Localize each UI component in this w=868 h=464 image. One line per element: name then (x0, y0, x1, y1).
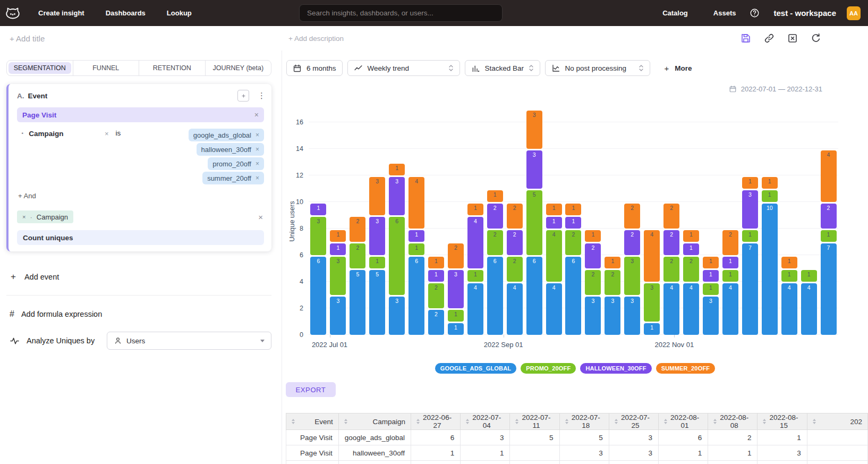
more-options-button[interactable]: +More (665, 64, 692, 73)
bar-segment-summer_20off[interactable]: 1 (467, 204, 483, 215)
legend-pill-promo_20off[interactable]: PROMO_20OFF (521, 363, 576, 374)
bar-segment-promo_20off[interactable]: 1 (409, 243, 424, 255)
bar-segment-google_ads_global[interactable]: 6 (565, 257, 581, 335)
bar-segment-summer_20off[interactable]: 1 (605, 257, 620, 268)
filter-property[interactable]: Campaign (29, 130, 63, 138)
bar-segment-google_ads_global[interactable]: 3 (389, 297, 405, 335)
bar-segment-halloween_30off[interactable]: 2 (507, 230, 523, 255)
bar-segment-promo_20off[interactable]: 3 (310, 217, 326, 255)
table-header-cell-202[interactable]: 202 (807, 414, 867, 430)
bar-segment-promo_20off[interactable]: 3 (330, 257, 346, 295)
nav-link-catalog[interactable]: Catalog (662, 9, 688, 17)
bar-segment-halloween_30off[interactable]: 3 (742, 190, 758, 229)
table-header-cell-2022-07-18[interactable]: 2022-07-18 (559, 414, 609, 430)
bar-segment-google_ads_global[interactable]: 4 (467, 283, 483, 335)
nav-link-create-insight[interactable]: Create insight (38, 9, 84, 17)
bar-segment-halloween_30off[interactable]: 1 (310, 204, 326, 215)
bar-segment-promo_20off[interactable]: 1 (762, 190, 778, 202)
bar-segment-promo_20off[interactable]: 1 (821, 230, 837, 242)
table-header-cell-2022-08-01[interactable]: 2022-08-01 (659, 414, 708, 430)
bar-segment-promo_20off[interactable]: 1 (742, 230, 758, 242)
add-description-placeholder[interactable]: + Add description (288, 35, 344, 43)
bar-segment-summer_20off[interactable]: 1 (781, 257, 797, 268)
bar-segment-halloween_30off[interactable]: 2 (821, 204, 837, 229)
bar-segment-google_ads_global[interactable]: 1 (644, 323, 660, 335)
bar-segment-summer_20off[interactable]: 1 (742, 177, 758, 189)
bar-segment-promo_20off[interactable]: 1 (369, 257, 385, 268)
clear-box-icon[interactable] (787, 33, 798, 44)
bar-segment-summer_20off[interactable]: 1 (389, 164, 405, 175)
bar-segment-summer_20off[interactable]: 2 (507, 204, 523, 229)
bar-segment-halloween_30off[interactable]: 1 (546, 217, 562, 229)
bar-segment-summer_20off[interactable]: 2 (722, 230, 738, 255)
bar-segment-halloween_30off[interactable]: 2 (487, 204, 503, 229)
bar-segment-promo_20off[interactable]: 4 (546, 230, 562, 282)
bar-segment-promo_20off[interactable]: 2 (683, 257, 699, 282)
export-button[interactable]: EXPORT (286, 382, 336, 397)
sort-icon[interactable] (292, 419, 295, 424)
bar-segment-halloween_30off[interactable]: 1 (565, 217, 581, 229)
aggregation-selector[interactable]: Count uniques (17, 230, 264, 245)
app-logo-cat-icon[interactable] (5, 6, 21, 21)
bar-segment-halloween_30off[interactable]: 1 (683, 243, 699, 255)
bar-segment-summer_20off[interactable]: 1 (428, 257, 444, 268)
bar-segment-promo_20off[interactable]: 2 (663, 257, 679, 282)
link-icon[interactable] (764, 33, 775, 44)
legend-pill-google_ads_global[interactable]: GOOGLE_ADS_GLOBAL (435, 363, 517, 374)
add-and-filter[interactable]: + And (17, 192, 264, 200)
bar-segment-summer_20off[interactable]: 1 (330, 230, 346, 242)
toolbar-select-stacked-bar[interactable]: Stacked Bar (465, 60, 540, 76)
sort-icon[interactable] (813, 419, 816, 424)
tab-segmentation[interactable]: SEGMENTATION (7, 61, 73, 75)
bar-segment-google_ads_global[interactable]: 3 (703, 297, 719, 335)
bar-segment-google_ads_global[interactable]: 6 (526, 257, 542, 335)
table-header-cell-2022-08-15[interactable]: 2022-08-15 (758, 414, 807, 430)
bar-segment-halloween_30off[interactable]: 1 (428, 270, 444, 282)
bar-segment-google_ads_global[interactable]: 6 (409, 257, 424, 335)
nav-link-dashboards[interactable]: Dashboards (106, 9, 146, 17)
workspace-name[interactable]: test - workspace (773, 9, 836, 18)
bar-segment-promo_20off[interactable]: 2 (428, 283, 444, 308)
bar-segment-google_ads_global[interactable]: 1 (448, 323, 464, 335)
user-avatar[interactable]: AA (847, 6, 861, 20)
remove-chip-icon[interactable]: × (256, 160, 259, 167)
bar-segment-google_ads_global[interactable]: 3 (605, 297, 620, 335)
bar-segment-promo_20off[interactable]: 2 (507, 257, 523, 282)
bar-segment-google_ads_global[interactable]: 5 (369, 270, 385, 335)
event-menu-icon[interactable]: ⋮ (258, 91, 264, 100)
legend-pill-halloween_30off[interactable]: HALLOWEEN_30OFF (580, 363, 651, 374)
bar-segment-halloween_30off[interactable]: 2 (663, 230, 679, 255)
bar-segment-summer_20off[interactable]: 3 (526, 111, 542, 149)
bar-segment-promo_20off[interactable]: 3 (624, 257, 640, 295)
legend-pill-summer_20off[interactable]: SUMMER_20OFF (656, 363, 716, 374)
table-header-cell-2022-07-11[interactable]: 2022-07-11 (510, 414, 559, 430)
bar-segment-summer_20off[interactable]: 1 (585, 230, 601, 242)
bar-segment-google_ads_global[interactable]: 3 (585, 297, 601, 335)
bar-segment-halloween_30off[interactable]: 3 (526, 150, 542, 189)
bar-segment-promo_20off[interactable]: 1 (703, 283, 719, 295)
bar-segment-halloween_30off[interactable]: 4 (467, 217, 483, 268)
bar-segment-halloween_30off[interactable]: 1 (722, 257, 738, 268)
bar-segment-google_ads_global[interactable]: 4 (801, 283, 817, 335)
bar-segment-promo_20off[interactable]: 2 (487, 230, 503, 255)
bar-segment-summer_20off[interactable]: 1 (703, 257, 719, 268)
analyze-by-select[interactable]: Users (107, 332, 271, 350)
bar-segment-summer_20off[interactable]: 1 (762, 177, 778, 189)
bar-segment-google_ads_global[interactable]: 4 (546, 283, 562, 335)
add-title-placeholder[interactable]: + Add title (10, 34, 45, 43)
toolbar-select-6-months[interactable]: 6 months (286, 60, 343, 76)
filter-value-chip-halloween-30off[interactable]: halloween_30off× (197, 143, 264, 156)
bar-segment-google_ads_global[interactable]: 3 (624, 297, 640, 335)
bar-segment-summer_20off[interactable]: 1 (683, 230, 699, 242)
bar-segment-promo_20off[interactable]: 5 (526, 190, 542, 255)
bar-segment-google_ads_global[interactable]: 10 (762, 204, 778, 335)
duplicate-event-icon[interactable] (237, 90, 249, 102)
remove-event-icon[interactable]: × (254, 111, 259, 119)
bar-segment-google_ads_global[interactable]: 7 (821, 243, 837, 335)
bar-segment-promo_20off[interactable]: 6 (389, 217, 405, 295)
bar-segment-google_ads_global[interactable]: 2 (428, 310, 444, 335)
bar-segment-promo_20off[interactable]: 1 (467, 270, 483, 282)
bar-segment-google_ads_global[interactable]: 4 (663, 283, 679, 335)
table-header-cell-2022-07-25[interactable]: 2022-07-25 (609, 414, 658, 430)
remove-chip-icon[interactable]: × (256, 174, 259, 182)
